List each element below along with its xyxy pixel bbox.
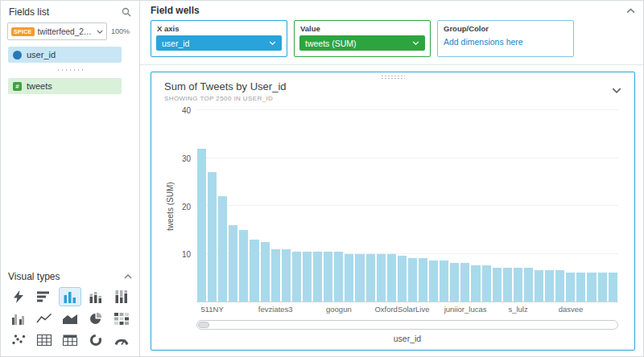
visual-type-pivot-table-icon[interactable]	[60, 331, 81, 349]
bar[interactable]	[471, 265, 480, 302]
bar[interactable]	[535, 270, 543, 302]
bar[interactable]	[271, 249, 280, 302]
collapse-visual-types-icon[interactable]	[124, 274, 132, 279]
x-tick-label: googun	[326, 305, 352, 314]
visual-type-donut-chart-icon[interactable]	[85, 331, 106, 349]
visual-types-header: Visual types	[8, 271, 132, 282]
group-color-well[interactable]: Group/Color Add dimensions here	[437, 20, 574, 57]
visual-type-line-chart-icon[interactable]	[34, 310, 56, 327]
chart-title: Sum of Tweets by User_id	[164, 80, 287, 92]
visual-title-block: Sum of Tweets by User_id SHOWING TOP 250…	[164, 80, 287, 102]
bar[interactable]	[282, 249, 291, 302]
visual-type-vertical-bar-icon[interactable]	[60, 288, 81, 306]
bar[interactable]	[440, 261, 448, 302]
visual-card-header: Sum of Tweets by User_id SHOWING TOP 250…	[164, 80, 621, 102]
visual-type-auto-graph-icon[interactable]	[8, 288, 30, 306]
bar[interactable]	[398, 256, 407, 302]
bar[interactable]	[377, 254, 386, 302]
y-tick-label: 40	[182, 106, 191, 115]
visual-menu-icon[interactable]	[612, 82, 621, 96]
bar[interactable]	[493, 268, 502, 302]
visual-type-grouped-bar-icon[interactable]	[8, 310, 30, 327]
x-axis-title: user_id	[196, 334, 618, 343]
bar[interactable]	[514, 268, 522, 302]
x-axis-well[interactable]: X axis user_id	[151, 20, 287, 57]
value-field-name: tweets (SUM)	[305, 39, 357, 48]
measure-icon: #	[13, 82, 22, 91]
bar[interactable]	[587, 273, 596, 302]
bar[interactable]	[229, 225, 237, 302]
visual-type-stacked-100-bar-icon[interactable]	[110, 288, 132, 306]
bar-chart-plot	[196, 110, 618, 302]
bar[interactable]	[324, 252, 332, 302]
visual-type-pie-chart-icon[interactable]	[85, 310, 106, 327]
bar[interactable]	[208, 172, 217, 302]
field-item-user-id[interactable]: user_id	[8, 47, 122, 63]
visual-type-scatter-plot-icon[interactable]	[8, 331, 30, 349]
visual-type-gauge-icon[interactable]	[110, 331, 132, 349]
bar[interactable]	[197, 149, 206, 302]
chart-scrollbar[interactable]	[196, 320, 618, 330]
y-axis-title: tweets (SUM)	[164, 110, 175, 302]
value-field-pill[interactable]: tweets (SUM)	[299, 35, 425, 51]
bar[interactable]	[609, 273, 617, 302]
dataset-selector[interactable]: SPICE twitterfeed_2017-...	[7, 23, 107, 40]
field-label: tweets	[27, 81, 52, 91]
bar[interactable]	[419, 258, 427, 302]
bar[interactable]	[482, 265, 491, 302]
dataset-name: twitterfeed_2017-...	[38, 27, 93, 36]
chevron-down-icon	[97, 30, 103, 34]
bar[interactable]	[566, 273, 575, 302]
bar[interactable]	[408, 258, 417, 302]
x-axis-field-name: user_id	[162, 39, 189, 48]
bar[interactable]	[387, 254, 396, 302]
bar[interactable]	[313, 252, 322, 302]
visual-type-horizontal-bar-icon[interactable]	[34, 288, 56, 306]
bar[interactable]	[503, 268, 512, 302]
field-label: user_id	[27, 50, 56, 60]
value-well[interactable]: Value tweets (SUM)	[294, 20, 431, 57]
visual-type-table-icon[interactable]	[34, 331, 56, 349]
visual-type-heat-map-icon[interactable]	[110, 310, 132, 327]
x-axis-well-label: X axis	[151, 21, 287, 35]
bar[interactable]	[555, 270, 564, 302]
collapse-field-wells-icon[interactable]	[626, 8, 635, 14]
chevron-down-icon	[269, 41, 276, 45]
bar[interactable]	[355, 254, 364, 302]
visual-card[interactable]: Sum of Tweets by User_id SHOWING TOP 250…	[151, 72, 635, 351]
x-axis-field-pill[interactable]: user_id	[156, 35, 282, 51]
bar[interactable]	[250, 240, 258, 302]
bar[interactable]	[334, 252, 343, 302]
bar[interactable]	[366, 254, 375, 302]
bar[interactable]	[460, 263, 469, 302]
bar[interactable]	[598, 273, 607, 302]
bar[interactable]	[450, 263, 459, 302]
drag-handle-icon[interactable]	[56, 68, 84, 72]
bar[interactable]	[576, 273, 585, 302]
fields-list-panel: Fields list SPICE twitterfeed_2017-... 1…	[1, 1, 140, 356]
y-tick-label: 10	[182, 250, 191, 259]
bar[interactable]	[261, 242, 270, 302]
bar[interactable]	[545, 270, 554, 302]
x-tick-label: dasvee	[559, 305, 584, 314]
drag-handle-icon[interactable]	[381, 75, 405, 80]
bar[interactable]	[292, 252, 301, 302]
group-color-well-label: Group/Color	[438, 21, 573, 35]
add-dimensions-link[interactable]: Add dimensions here	[438, 35, 573, 48]
field-wells-title: Field wells	[151, 5, 200, 16]
bar[interactable]	[303, 252, 312, 302]
visual-type-stacked-bar-icon[interactable]	[85, 288, 106, 306]
bar[interactable]	[429, 261, 438, 302]
visual-type-area-chart-icon[interactable]	[60, 310, 81, 327]
scrollbar-thumb[interactable]	[198, 322, 209, 328]
bar[interactable]	[239, 230, 248, 302]
fields-list-title: Fields list	[9, 6, 49, 18]
search-icon[interactable]	[122, 7, 131, 17]
bar[interactable]	[345, 254, 353, 302]
bar[interactable]	[218, 196, 227, 302]
bar[interactable]	[524, 268, 533, 302]
spice-capacity: 100%	[111, 27, 130, 35]
chevron-down-icon	[412, 41, 419, 45]
field-item-tweets[interactable]: # tweets	[8, 78, 122, 94]
analysis-main: Field wells X axis user_id Value tweets …	[140, 1, 643, 356]
